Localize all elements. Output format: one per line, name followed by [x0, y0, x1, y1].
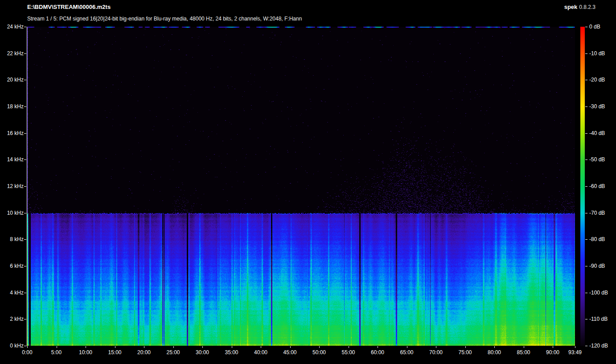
- y-axis-line: [27, 27, 27, 346]
- freq-axis-label: 22 kHz: [3, 50, 24, 57]
- db-axis-label: -120 dB: [589, 343, 616, 349]
- freq-tick: [24, 293, 26, 293]
- freq-tick: [24, 27, 26, 27]
- db-tick: [585, 346, 587, 346]
- file-path-title: E:\BDMV\STREAM\00006.m2ts: [27, 4, 111, 10]
- time-axis-label: 40:00: [250, 349, 271, 356]
- time-axis-label: 93:49: [564, 349, 586, 356]
- time-axis-label: 15:00: [104, 349, 126, 356]
- db-tick: [585, 266, 587, 266]
- db-tick: [585, 213, 587, 213]
- freq-axis-label: 8 kHz: [3, 236, 24, 242]
- db-axis-label: -60 dB: [589, 183, 616, 189]
- db-tick: [585, 319, 587, 319]
- freq-tick: [24, 186, 26, 187]
- time-tick: [407, 346, 407, 348]
- time-tick: [575, 346, 575, 348]
- freq-axis-label: 0 kHz: [3, 343, 24, 349]
- time-axis-label: 55:00: [338, 349, 359, 356]
- time-axis-label: 10:00: [75, 349, 96, 356]
- time-tick: [27, 346, 28, 348]
- time-tick: [86, 346, 86, 348]
- db-tick: [585, 186, 587, 187]
- time-tick: [465, 346, 466, 348]
- time-tick: [261, 346, 261, 348]
- time-axis-label: 35:00: [221, 349, 242, 356]
- time-axis-label: 85:00: [513, 349, 534, 356]
- time-axis-label: 20:00: [133, 349, 155, 356]
- freq-tick: [24, 80, 26, 80]
- time-axis-label: 45:00: [279, 349, 301, 356]
- freq-axis-label: 4 kHz: [3, 290, 24, 296]
- time-tick: [436, 346, 436, 348]
- db-tick: [585, 106, 587, 107]
- time-tick: [378, 346, 378, 348]
- freq-axis-label: 16 kHz: [3, 130, 24, 136]
- db-axis-label: 0 dB: [589, 24, 616, 30]
- db-tick: [585, 133, 587, 134]
- time-tick: [553, 346, 553, 348]
- db-tick: [585, 53, 587, 54]
- db-tick: [585, 80, 587, 80]
- db-axis-label: -20 dB: [589, 77, 616, 83]
- time-tick: [319, 346, 320, 348]
- db-axis-label: -110 dB: [589, 316, 616, 322]
- time-axis-label: 25:00: [163, 349, 184, 356]
- freq-tick: [24, 239, 26, 240]
- freq-axis-label: 14 kHz: [3, 156, 24, 163]
- time-axis-label: 0:00: [16, 349, 38, 356]
- db-axis-label: -10 dB: [589, 50, 616, 57]
- time-tick: [290, 346, 291, 348]
- spek-window: E:\BDMV\STREAM\00006.m2ts Stream 1 / 5: …: [0, 0, 616, 364]
- db-axis-label: -30 dB: [589, 103, 616, 110]
- freq-axis-label: 2 kHz: [3, 316, 24, 322]
- time-tick: [494, 346, 495, 348]
- db-axis-label: -70 dB: [589, 210, 616, 216]
- time-axis-label: 60:00: [367, 349, 388, 356]
- freq-axis-label: 12 kHz: [3, 183, 24, 189]
- time-tick: [232, 346, 232, 348]
- db-colorbar: [580, 27, 585, 346]
- freq-axis-label: 20 kHz: [3, 77, 24, 83]
- db-axis-label: -80 dB: [589, 236, 616, 242]
- time-tick: [115, 346, 115, 348]
- freq-axis-label: 6 kHz: [3, 263, 24, 269]
- time-tick: [173, 346, 174, 348]
- time-axis-label: 5:00: [46, 349, 67, 356]
- time-axis-label: 80:00: [484, 349, 505, 356]
- freq-tick: [24, 106, 26, 107]
- freq-axis-label: 10 kHz: [3, 210, 24, 216]
- freq-tick: [24, 133, 26, 134]
- freq-axis-label: 24 kHz: [3, 24, 24, 30]
- app-version: 0.8.2.3: [579, 4, 595, 10]
- freq-tick: [24, 319, 26, 319]
- time-axis-label: 50:00: [308, 349, 330, 356]
- db-tick: [585, 27, 587, 27]
- spectrogram-canvas: [27, 27, 575, 346]
- time-axis-label: 70:00: [425, 349, 447, 356]
- time-axis-label: 90:00: [542, 349, 563, 356]
- db-tick: [585, 239, 587, 240]
- freq-tick: [24, 266, 26, 266]
- app-name: spek: [564, 4, 578, 10]
- db-tick: [585, 160, 587, 160]
- time-tick: [349, 346, 349, 348]
- freq-tick: [24, 160, 26, 160]
- time-tick: [524, 346, 524, 348]
- db-axis-label: -40 dB: [589, 130, 616, 136]
- time-tick: [202, 346, 203, 348]
- time-axis-label: 30:00: [192, 349, 213, 356]
- time-axis-label: 65:00: [396, 349, 418, 356]
- app-brand: spek0.8.2.3: [564, 4, 595, 10]
- freq-axis-label: 18 kHz: [3, 103, 24, 110]
- time-axis-label: 75:00: [455, 349, 476, 356]
- time-tick: [144, 346, 144, 348]
- freq-tick: [24, 346, 26, 346]
- db-tick: [585, 293, 587, 293]
- time-tick: [57, 346, 57, 348]
- db-axis-label: -50 dB: [589, 156, 616, 163]
- db-axis-label: -90 dB: [589, 263, 616, 269]
- stream-info-text: Stream 1 / 5: PCM signed 16|20|24-bit bi…: [27, 16, 302, 22]
- db-axis-label: -100 dB: [589, 290, 616, 296]
- freq-tick: [24, 213, 26, 213]
